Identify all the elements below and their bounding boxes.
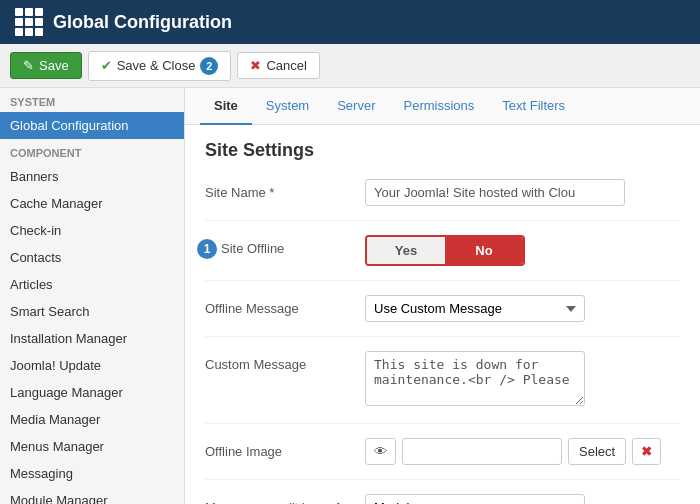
offline-image-row: Offline Image 👁 Select ✖ bbox=[205, 438, 680, 480]
sidebar-item-smart-search[interactable]: Smart Search bbox=[0, 298, 184, 325]
sidebar-section-component: COMPONENT bbox=[0, 139, 184, 163]
tab-text-filters[interactable]: Text Filters bbox=[488, 88, 579, 125]
tab-server[interactable]: Server bbox=[323, 88, 389, 125]
eye-icon: 👁 bbox=[374, 444, 387, 459]
select-button[interactable]: Select bbox=[568, 438, 626, 465]
offline-message-select[interactable]: Use Custom Message bbox=[365, 295, 585, 322]
site-offline-control: Yes No bbox=[365, 235, 680, 266]
sidebar-item-installation-manager[interactable]: Installation Manager bbox=[0, 325, 184, 352]
site-name-control bbox=[365, 179, 680, 206]
sidebar-item-menus-manager[interactable]: Menus Manager bbox=[0, 433, 184, 460]
mouseover-row: Mouse-over edit icons for Modules bbox=[205, 494, 680, 504]
save-close-badge: 2 bbox=[200, 57, 218, 75]
badge-1: 1 bbox=[197, 239, 217, 259]
save-close-label: Save & Close bbox=[117, 58, 196, 73]
site-name-input[interactable] bbox=[365, 179, 625, 206]
save-close-button[interactable]: ✔ Save & Close 2 bbox=[88, 51, 232, 81]
site-offline-label: Site Offline bbox=[205, 235, 365, 256]
custom-message-row: Custom Message This site is down for mai… bbox=[205, 351, 680, 424]
save-icon: ✎ bbox=[23, 58, 34, 73]
sidebar: SYSTEM Global Configuration COMPONENT Ba… bbox=[0, 88, 185, 504]
tab-site[interactable]: Site bbox=[200, 88, 252, 125]
sidebar-item-global-configuration[interactable]: Global Configuration bbox=[0, 112, 184, 139]
cancel-icon: ✖ bbox=[250, 58, 261, 73]
site-settings-panel: Site Settings Site Name * 1 Site Offline… bbox=[185, 125, 700, 504]
mouseover-select[interactable]: Modules bbox=[365, 494, 585, 504]
page-title: Global Configuration bbox=[53, 12, 232, 33]
sidebar-item-cache-manager[interactable]: Cache Manager bbox=[0, 190, 184, 217]
site-offline-toggle: Yes No bbox=[365, 235, 525, 266]
custom-message-textarea[interactable]: This site is down for maintenance.<br />… bbox=[365, 351, 585, 406]
remove-icon: ✖ bbox=[641, 444, 652, 459]
offline-image-label: Offline Image bbox=[205, 438, 365, 459]
section-title: Site Settings bbox=[205, 140, 680, 161]
header: Global Configuration bbox=[0, 0, 700, 44]
save-button[interactable]: ✎ Save bbox=[10, 52, 82, 79]
app-icon bbox=[15, 8, 43, 36]
toggle-no-button[interactable]: No bbox=[445, 237, 523, 264]
check-icon: ✔ bbox=[101, 58, 112, 73]
toggle-yes-button[interactable]: Yes bbox=[367, 237, 445, 264]
site-name-row: Site Name * bbox=[205, 179, 680, 221]
sidebar-item-module-manager[interactable]: Module Manager bbox=[0, 487, 184, 504]
site-offline-row: 1 Site Offline Yes No bbox=[205, 235, 680, 281]
save-label: Save bbox=[39, 58, 69, 73]
cancel-label: Cancel bbox=[266, 58, 306, 73]
eye-button[interactable]: 👁 bbox=[365, 438, 396, 465]
sidebar-item-articles[interactable]: Articles bbox=[0, 271, 184, 298]
tabs-bar: Site System Server Permissions Text Filt… bbox=[185, 88, 700, 125]
sidebar-item-check-in[interactable]: Check-in bbox=[0, 217, 184, 244]
main-layout: SYSTEM Global Configuration COMPONENT Ba… bbox=[0, 88, 700, 504]
remove-button[interactable]: ✖ bbox=[632, 438, 661, 465]
sidebar-item-joomla-update[interactable]: Joomla! Update bbox=[0, 352, 184, 379]
sidebar-item-media-manager[interactable]: Media Manager bbox=[0, 406, 184, 433]
sidebar-section-system: SYSTEM bbox=[0, 88, 184, 112]
image-row: 👁 Select ✖ bbox=[365, 438, 680, 465]
custom-message-label: Custom Message bbox=[205, 351, 365, 372]
toolbar: ✎ Save ✔ Save & Close 2 ✖ Cancel bbox=[0, 44, 700, 88]
offline-image-input[interactable] bbox=[402, 438, 562, 465]
tab-permissions[interactable]: Permissions bbox=[389, 88, 488, 125]
mouseover-control: Modules bbox=[365, 494, 680, 504]
tab-system[interactable]: System bbox=[252, 88, 323, 125]
offline-message-row: Offline Message Use Custom Message bbox=[205, 295, 680, 337]
offline-message-control: Use Custom Message bbox=[365, 295, 680, 322]
mouseover-label: Mouse-over edit icons for bbox=[205, 494, 365, 504]
custom-message-control: This site is down for maintenance.<br />… bbox=[365, 351, 680, 409]
offline-image-control: 👁 Select ✖ bbox=[365, 438, 680, 465]
sidebar-item-messaging[interactable]: Messaging bbox=[0, 460, 184, 487]
site-name-label: Site Name * bbox=[205, 179, 365, 200]
content-area: Site System Server Permissions Text Filt… bbox=[185, 88, 700, 504]
sidebar-item-contacts[interactable]: Contacts bbox=[0, 244, 184, 271]
sidebar-item-language-manager[interactable]: Language Manager bbox=[0, 379, 184, 406]
offline-message-label: Offline Message bbox=[205, 295, 365, 316]
cancel-button[interactable]: ✖ Cancel bbox=[237, 52, 319, 79]
sidebar-item-banners[interactable]: Banners bbox=[0, 163, 184, 190]
